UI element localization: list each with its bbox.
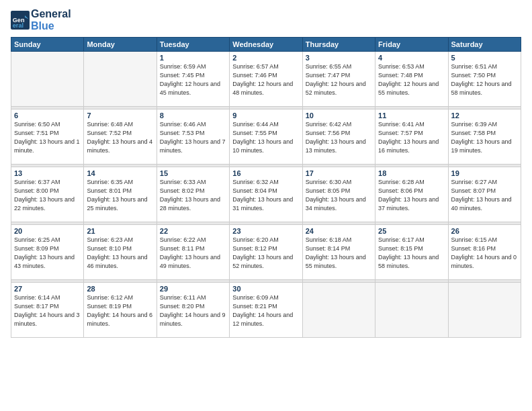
day-number: 21 [87,227,153,235]
calendar-cell: 2Sunrise: 6:57 AMSunset: 7:46 PMDaylight… [230,52,302,107]
calendar-cell: 18Sunrise: 6:28 AMSunset: 8:06 PMDayligh… [375,167,448,222]
day-info: Sunrise: 6:41 AMSunset: 7:57 PMDaylight:… [378,120,445,155]
calendar-cell: 3Sunrise: 6:55 AMSunset: 7:47 PMDaylight… [302,52,375,107]
day-number: 19 [451,169,518,177]
day-number: 4 [378,54,445,62]
day-info: Sunrise: 6:12 AMSunset: 8:19 PMDaylight:… [87,293,153,328]
calendar-cell: 29Sunrise: 6:11 AMSunset: 8:20 PMDayligh… [157,283,229,338]
calendar-week-row: 27Sunrise: 6:14 AMSunset: 8:17 PMDayligh… [11,283,521,338]
day-info: Sunrise: 6:09 AMSunset: 8:21 PMDaylight:… [232,293,299,328]
calendar-cell: 25Sunrise: 6:17 AMSunset: 8:15 PMDayligh… [375,225,448,280]
calendar-week-row: 13Sunrise: 6:37 AMSunset: 8:00 PMDayligh… [11,167,521,222]
calendar-cell: 8Sunrise: 6:46 AMSunset: 7:53 PMDaylight… [157,109,229,165]
calendar-cell: 15Sunrise: 6:33 AMSunset: 8:02 PMDayligh… [157,167,229,222]
calendar-cell: 27Sunrise: 6:14 AMSunset: 8:17 PMDayligh… [11,283,84,338]
weekday-header-friday: Friday [375,38,448,52]
day-number: 22 [160,227,226,235]
day-info: Sunrise: 6:32 AMSunset: 8:04 PMDaylight:… [232,178,299,213]
day-number: 9 [232,111,299,120]
day-number: 29 [160,285,226,293]
page: Gen eral General Blue SundayMondayTuesda… [0,0,532,411]
calendar-cell: 30Sunrise: 6:09 AMSunset: 8:21 PMDayligh… [230,283,302,338]
day-number: 20 [14,227,81,235]
calendar-week-row: 6Sunrise: 6:50 AMSunset: 7:51 PMDaylight… [11,109,521,165]
calendar-cell: 4Sunrise: 6:53 AMSunset: 7:48 PMDaylight… [375,52,448,107]
calendar-cell: 28Sunrise: 6:12 AMSunset: 8:19 PMDayligh… [84,283,157,338]
header: Gen eral General Blue [11,8,521,32]
calendar-cell: 23Sunrise: 6:20 AMSunset: 8:12 PMDayligh… [230,225,302,280]
day-info: Sunrise: 6:17 AMSunset: 8:15 PMDaylight:… [378,236,445,271]
calendar-cell [448,283,521,338]
calendar-cell [375,283,448,338]
day-info: Sunrise: 6:15 AMSunset: 8:16 PMDaylight:… [451,236,518,271]
day-info: Sunrise: 6:20 AMSunset: 8:12 PMDaylight:… [232,236,299,271]
day-info: Sunrise: 6:37 AMSunset: 8:00 PMDaylight:… [14,178,81,213]
calendar-cell: 9Sunrise: 6:44 AMSunset: 7:55 PMDaylight… [230,109,302,165]
day-info: Sunrise: 6:27 AMSunset: 8:07 PMDaylight:… [451,178,518,213]
calendar-cell: 11Sunrise: 6:41 AMSunset: 7:57 PMDayligh… [375,109,448,165]
day-info: Sunrise: 6:55 AMSunset: 7:47 PMDaylight:… [306,62,372,97]
day-info: Sunrise: 6:33 AMSunset: 8:02 PMDaylight:… [160,178,226,213]
day-number: 5 [451,54,518,62]
calendar-cell: 5Sunrise: 6:51 AMSunset: 7:50 PMDaylight… [448,52,521,107]
day-info: Sunrise: 6:50 AMSunset: 7:51 PMDaylight:… [14,120,81,155]
day-number: 7 [87,111,153,120]
day-info: Sunrise: 6:30 AMSunset: 8:05 PMDaylight:… [306,178,372,213]
weekday-header-thursday: Thursday [302,38,375,52]
day-number: 8 [160,111,226,120]
day-number: 30 [232,285,299,293]
day-info: Sunrise: 6:25 AMSunset: 8:09 PMDaylight:… [14,236,81,271]
day-number: 11 [378,111,445,120]
calendar-cell: 16Sunrise: 6:32 AMSunset: 8:04 PMDayligh… [230,167,302,222]
weekday-header-tuesday: Tuesday [157,38,229,52]
day-number: 14 [87,169,153,177]
day-info: Sunrise: 6:44 AMSunset: 7:55 PMDaylight:… [232,120,299,155]
calendar-cell: 22Sunrise: 6:22 AMSunset: 8:11 PMDayligh… [157,225,229,280]
calendar-cell: 7Sunrise: 6:48 AMSunset: 7:52 PMDaylight… [84,109,157,165]
day-info: Sunrise: 6:28 AMSunset: 8:06 PMDaylight:… [378,178,445,213]
calendar-table: SundayMondayTuesdayWednesdayThursdayFrid… [11,37,521,338]
svg-text:eral: eral [13,22,24,29]
day-info: Sunrise: 6:18 AMSunset: 8:14 PMDaylight:… [306,236,372,271]
day-info: Sunrise: 6:48 AMSunset: 7:52 PMDaylight:… [87,120,153,155]
calendar-cell: 17Sunrise: 6:30 AMSunset: 8:05 PMDayligh… [302,167,375,222]
day-info: Sunrise: 6:59 AMSunset: 7:45 PMDaylight:… [160,62,226,97]
day-info: Sunrise: 6:39 AMSunset: 7:58 PMDaylight:… [451,120,518,155]
day-number: 18 [378,169,445,177]
day-info: Sunrise: 6:42 AMSunset: 7:56 PMDaylight:… [306,120,372,155]
calendar-cell: 26Sunrise: 6:15 AMSunset: 8:16 PMDayligh… [448,225,521,280]
calendar-cell: 14Sunrise: 6:35 AMSunset: 8:01 PMDayligh… [84,167,157,222]
calendar-cell: 1Sunrise: 6:59 AMSunset: 7:45 PMDaylight… [157,52,229,107]
calendar-cell: 24Sunrise: 6:18 AMSunset: 8:14 PMDayligh… [302,225,375,280]
day-info: Sunrise: 6:23 AMSunset: 8:10 PMDaylight:… [87,236,153,271]
calendar-cell: 6Sunrise: 6:50 AMSunset: 7:51 PMDaylight… [11,109,84,165]
day-number: 27 [14,285,81,293]
day-info: Sunrise: 6:53 AMSunset: 7:48 PMDaylight:… [378,62,445,97]
calendar-cell: 20Sunrise: 6:25 AMSunset: 8:09 PMDayligh… [11,225,84,280]
day-number: 13 [14,169,81,177]
calendar-cell: 21Sunrise: 6:23 AMSunset: 8:10 PMDayligh… [84,225,157,280]
calendar-week-row: 1Sunrise: 6:59 AMSunset: 7:45 PMDaylight… [11,52,521,107]
calendar-cell: 12Sunrise: 6:39 AMSunset: 7:58 PMDayligh… [448,109,521,165]
calendar-cell [84,52,157,107]
logo: Gen eral General Blue [11,8,71,32]
day-number: 12 [451,111,518,120]
calendar-cell: 13Sunrise: 6:37 AMSunset: 8:00 PMDayligh… [11,167,84,222]
weekday-header-wednesday: Wednesday [230,38,302,52]
calendar-cell: 10Sunrise: 6:42 AMSunset: 7:56 PMDayligh… [302,109,375,165]
day-number: 10 [306,111,372,120]
calendar-cell [302,283,375,338]
day-number: 15 [160,169,226,177]
weekday-header-sunday: Sunday [11,38,84,52]
day-number: 23 [232,227,299,235]
calendar-cell [11,52,84,107]
day-number: 1 [160,54,226,62]
day-number: 6 [14,111,81,120]
day-number: 26 [451,227,518,235]
day-info: Sunrise: 6:14 AMSunset: 8:17 PMDaylight:… [14,293,81,328]
day-info: Sunrise: 6:11 AMSunset: 8:20 PMDaylight:… [160,293,226,328]
logo-text: General Blue [31,8,71,32]
calendar-cell: 19Sunrise: 6:27 AMSunset: 8:07 PMDayligh… [448,167,521,222]
day-info: Sunrise: 6:46 AMSunset: 7:53 PMDaylight:… [160,120,226,155]
day-number: 28 [87,285,153,293]
